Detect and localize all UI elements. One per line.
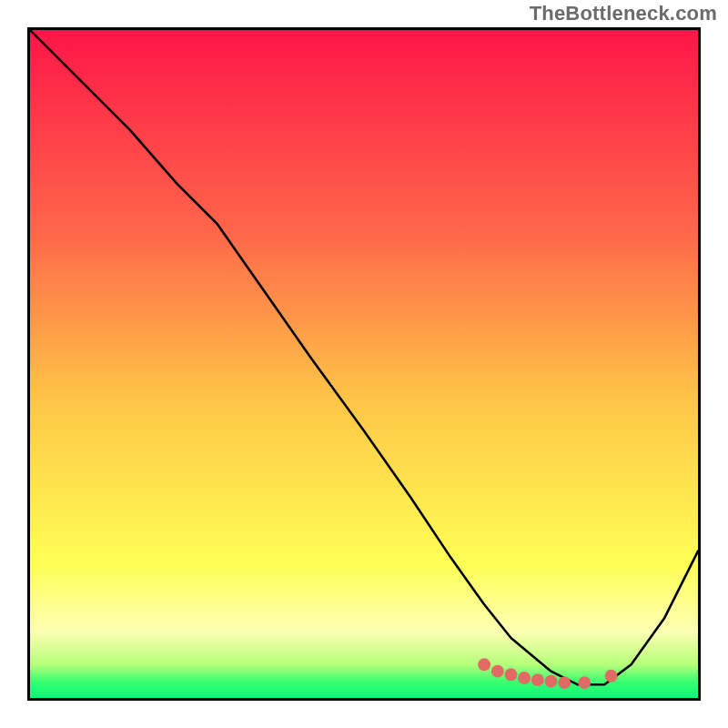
plot-area: [27, 27, 701, 701]
marker-dot: [605, 670, 618, 682]
watermark-text: TheBottleneck.com: [530, 2, 717, 25]
marker-dot: [578, 676, 591, 689]
marker-dot: [545, 675, 558, 688]
marker-dot: [505, 668, 518, 681]
main-curve: [30, 30, 698, 684]
marker-dot: [531, 673, 544, 686]
chart-container: { "watermark": "TheBottleneck.com", "plo…: [0, 0, 728, 728]
marker-dot: [558, 676, 571, 689]
marker-dot: [518, 672, 531, 684]
marker-dot: [478, 658, 490, 671]
curve-layer: [30, 30, 698, 698]
marker-dot: [491, 665, 504, 678]
